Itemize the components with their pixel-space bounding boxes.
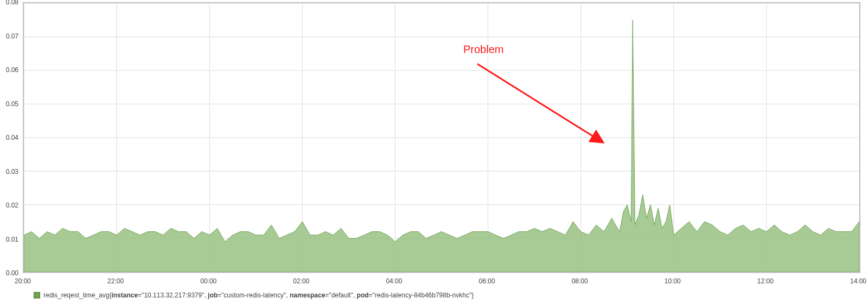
legend-swatch-icon <box>34 292 40 298</box>
chart-container: 0.00 0.01 0.02 0.03 0.04 0.05 0.06 0.07 … <box>0 0 868 305</box>
y-tick-label: 0.05 <box>6 100 18 108</box>
x-tick-label: 22:00 <box>107 277 124 285</box>
y-tick-label: 0.02 <box>6 202 18 209</box>
legend-text: redis_reqest_time_avg{instance="10.113.3… <box>43 291 474 299</box>
y-axis: 0.00 0.01 0.02 0.03 0.04 0.05 0.06 0.07 … <box>0 0 22 276</box>
x-tick-label: 06:00 <box>479 277 495 285</box>
chart-svg <box>24 3 859 272</box>
x-tick-label: 08:00 <box>572 277 588 285</box>
x-tick-label: 14:00 <box>850 277 866 285</box>
y-tick-label: 0.07 <box>6 33 18 40</box>
x-tick-label: 20:00 <box>15 277 31 285</box>
annotation-label: Problem <box>463 43 503 56</box>
legend-metric: redis_reqest_time_avg <box>43 291 109 299</box>
x-tick-label: 02:00 <box>293 277 309 285</box>
x-tick-label: 04:00 <box>386 277 402 285</box>
series-area <box>24 20 859 272</box>
y-tick-label: 0.00 <box>6 269 18 277</box>
y-tick-label: 0.08 <box>6 0 18 6</box>
x-tick-label: 10:00 <box>665 277 681 285</box>
x-tick-label: 12:00 <box>757 277 774 285</box>
plot-area[interactable] <box>23 2 860 273</box>
x-tick-label: 00:00 <box>200 277 216 285</box>
y-tick-label: 0.06 <box>6 66 18 74</box>
legend[interactable]: redis_reqest_time_avg{instance="10.113.3… <box>34 291 474 299</box>
y-tick-label: 0.04 <box>6 134 18 141</box>
x-axis: 20:00 22:00 00:00 02:00 04:00 06:00 08:0… <box>23 276 860 287</box>
y-tick-label: 0.03 <box>6 168 18 176</box>
y-tick-label: 0.01 <box>6 236 18 243</box>
